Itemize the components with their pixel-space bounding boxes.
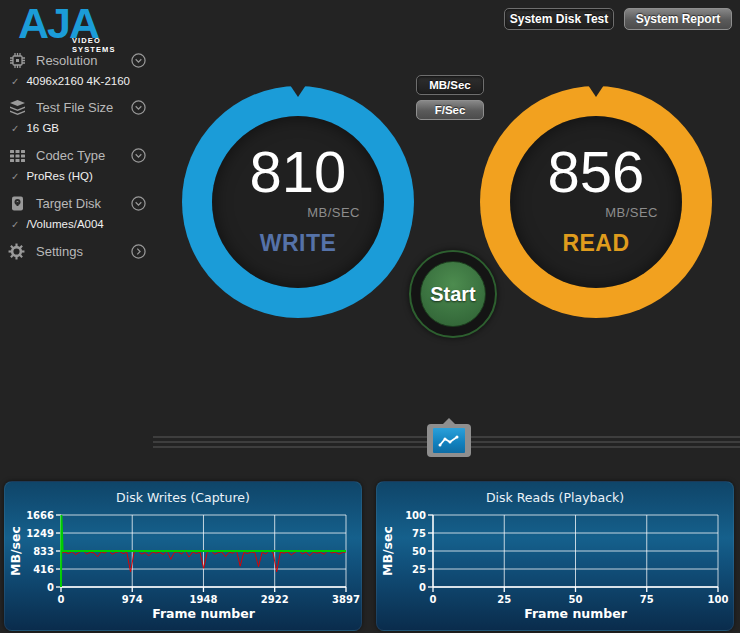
resolution-selected-value: ✓ 4096x2160 4K-2160 [11, 74, 130, 88]
svg-text:50: 50 [412, 546, 426, 557]
aja-logo: AJA VIDEO SYSTEMS [18, 2, 138, 45]
gear-icon [8, 243, 27, 260]
checkmark-icon: ✓ [11, 123, 19, 134]
svg-text:MB/sec: MB/sec [380, 526, 395, 576]
frames-per-sec-button[interactable]: F/Sec [416, 100, 484, 120]
arrow-up-icon [443, 418, 455, 424]
chevron-down-icon[interactable] [131, 148, 146, 163]
disk-icon [8, 195, 27, 212]
checkmark-icon: ✓ [11, 219, 19, 230]
sidebar-item-codec-type-label: Codec Type [36, 148, 131, 163]
start-test-button[interactable]: Start [409, 250, 497, 338]
write-speed-gauge: 810 MB/SEC WRITE [182, 86, 414, 318]
svg-text:1948: 1948 [190, 594, 218, 605]
svg-text:1249: 1249 [26, 528, 54, 539]
write-speed-unit: MB/SEC [307, 205, 360, 220]
svg-text:0: 0 [58, 594, 65, 605]
sidebar-item-test-file-size-label: Test File Size [36, 100, 131, 115]
disk-writes-chart-title: Disk Writes (Capture) [5, 490, 361, 505]
write-gauge-label: WRITE [260, 230, 337, 257]
system-report-button[interactable]: System Report [624, 8, 732, 30]
grid-icon [8, 147, 27, 164]
svg-text:416: 416 [33, 564, 54, 575]
write-speed-value: 810 [250, 142, 347, 203]
frames-per-sec-label: F/Sec [435, 104, 466, 116]
disk-reads-chart-title: Disk Reads (Playback) [377, 490, 733, 505]
mb-per-sec-button[interactable]: MB/Sec [416, 75, 484, 95]
checkmark-icon: ✓ [11, 171, 19, 182]
svg-text:Frame number: Frame number [524, 606, 627, 621]
chevron-down-icon[interactable] [131, 100, 146, 115]
system-disk-test-label: System Disk Test [510, 12, 609, 26]
layers-icon [8, 99, 27, 116]
chip-icon [8, 52, 27, 69]
gauge-notch [588, 85, 604, 97]
disk-reads-chart: 02550751000255075100Frame numberMB/sec [377, 506, 735, 626]
sidebar-item-test-file-size[interactable]: Test File Size [8, 97, 146, 117]
chevron-down-icon[interactable] [131, 196, 146, 211]
read-speed-value: 856 [548, 142, 645, 203]
start-button-label: Start [430, 283, 476, 306]
svg-text:974: 974 [122, 594, 143, 605]
svg-text:3897: 3897 [332, 594, 360, 605]
sidebar-item-settings-label: Settings [36, 244, 131, 259]
svg-text:2922: 2922 [261, 594, 289, 605]
codec-type-selected-value: ✓ ProRes (HQ) [11, 169, 93, 183]
disk-reads-panel: Disk Reads (Playback) 025507510002550751… [376, 481, 734, 631]
svg-text:833: 833 [33, 546, 54, 557]
sidebar-item-target-disk[interactable]: Target Disk [8, 193, 146, 213]
svg-text:75: 75 [640, 594, 654, 605]
svg-text:0: 0 [430, 594, 437, 605]
sidebar-item-settings[interactable]: Settings [8, 241, 146, 261]
test-file-size-selected-value: ✓ 16 GB [11, 121, 59, 135]
sidebar-item-resolution-label: Resolution [36, 53, 131, 68]
svg-text:25: 25 [497, 594, 511, 605]
checkmark-icon: ✓ [11, 76, 19, 87]
svg-text:75: 75 [412, 528, 426, 539]
sidebar-item-resolution[interactable]: Resolution [8, 50, 146, 70]
sidebar-item-codec-type[interactable]: Codec Type [8, 145, 146, 165]
svg-text:25: 25 [412, 564, 426, 575]
read-gauge-label: READ [562, 230, 629, 257]
svg-text:100: 100 [405, 510, 426, 521]
svg-text:Frame number: Frame number [152, 606, 255, 621]
svg-text:50: 50 [569, 594, 583, 605]
sidebar-item-target-disk-label: Target Disk [36, 196, 131, 211]
svg-text:MB/sec: MB/sec [8, 526, 23, 576]
show-charts-button[interactable] [427, 424, 471, 457]
target-disk-selected-value: ✓ /Volumes/A004 [11, 217, 104, 231]
disk-writes-chart: 0416833124916660974194829223897Frame num… [5, 506, 363, 626]
system-disk-test-button[interactable]: System Disk Test [504, 8, 614, 30]
svg-text:1666: 1666 [26, 510, 54, 521]
system-report-label: System Report [636, 12, 721, 26]
read-speed-unit: MB/SEC [605, 205, 658, 220]
gauge-notch [290, 85, 306, 97]
disk-writes-panel: Disk Writes (Capture) 041683312491666097… [4, 481, 362, 631]
read-speed-gauge: 856 MB/SEC READ [480, 86, 712, 318]
mb-per-sec-label: MB/Sec [429, 79, 471, 91]
line-chart-icon [433, 428, 465, 453]
svg-text:0: 0 [47, 582, 54, 593]
chevron-down-icon[interactable] [131, 53, 146, 68]
chevron-right-icon[interactable] [131, 244, 146, 259]
svg-text:0: 0 [419, 582, 426, 593]
aja-system-test-window: { "logo": { "brand": "AJA", "subtitle": … [0, 0, 740, 633]
svg-text:100: 100 [708, 594, 729, 605]
